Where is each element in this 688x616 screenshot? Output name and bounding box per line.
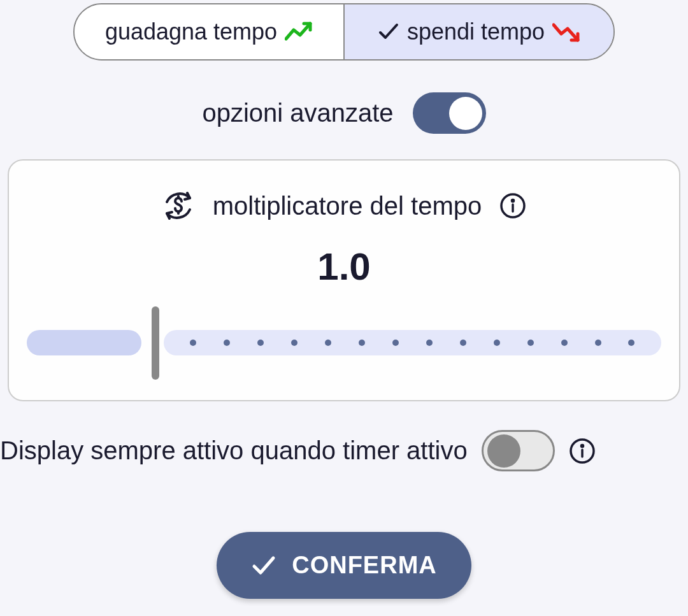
confirm-button[interactable]: CONFERMA bbox=[217, 532, 471, 599]
multiplier-title: moltiplicatore del tempo bbox=[213, 192, 482, 220]
slider-tick bbox=[190, 340, 196, 346]
slider-tick bbox=[291, 340, 297, 346]
slider-tick bbox=[426, 340, 433, 346]
display-always-row: Display sempre attivo quando timer attiv… bbox=[0, 430, 688, 471]
gain-time-segment[interactable]: guadagna tempo bbox=[75, 4, 345, 59]
display-always-toggle[interactable] bbox=[482, 430, 555, 471]
slider-tick bbox=[359, 340, 365, 346]
trend-up-icon bbox=[285, 21, 313, 43]
slider-tick bbox=[224, 340, 230, 346]
advanced-options-toggle[interactable] bbox=[413, 92, 486, 134]
slider-tick bbox=[628, 340, 634, 346]
slider-tick bbox=[595, 340, 601, 346]
confirm-label: CONFERMA bbox=[292, 552, 437, 579]
display-always-label: Display sempre attivo quando timer attiv… bbox=[0, 436, 468, 465]
multiplier-value: 1.0 bbox=[27, 245, 661, 289]
toggle-knob bbox=[449, 97, 482, 130]
multiplier-header: moltiplicatore del tempo bbox=[27, 189, 661, 222]
multiplier-card: moltiplicatore del tempo 1.0 bbox=[8, 159, 680, 401]
slider-handle[interactable] bbox=[152, 306, 159, 380]
check-icon bbox=[378, 21, 399, 43]
toggle-knob bbox=[487, 434, 520, 468]
slider-tick bbox=[392, 340, 399, 346]
slider-tick bbox=[325, 340, 331, 346]
advanced-options-row: opzioni avanzate bbox=[0, 92, 688, 134]
slider-tick bbox=[527, 340, 534, 346]
slider-tick bbox=[561, 340, 568, 346]
slider-track-remaining bbox=[164, 330, 661, 355]
exchange-dollar-icon bbox=[162, 189, 195, 222]
spend-time-segment[interactable]: spendi tempo bbox=[345, 4, 613, 59]
slider-tick bbox=[460, 340, 466, 346]
info-icon[interactable] bbox=[569, 438, 596, 464]
slider-track-filled bbox=[27, 330, 141, 355]
info-icon[interactable] bbox=[499, 192, 526, 219]
spend-time-label: spendi tempo bbox=[407, 18, 545, 45]
svg-point-6 bbox=[581, 445, 583, 447]
time-mode-segment: guadagna tempo spendi tempo bbox=[73, 3, 615, 61]
multiplier-slider[interactable] bbox=[27, 304, 661, 381]
advanced-options-label: opzioni avanzate bbox=[202, 99, 393, 127]
trend-down-icon bbox=[552, 21, 580, 43]
slider-tick bbox=[494, 340, 500, 346]
slider-tick bbox=[257, 340, 264, 346]
check-icon bbox=[251, 553, 276, 578]
gain-time-label: guadagna tempo bbox=[105, 18, 277, 45]
svg-point-3 bbox=[512, 200, 514, 202]
